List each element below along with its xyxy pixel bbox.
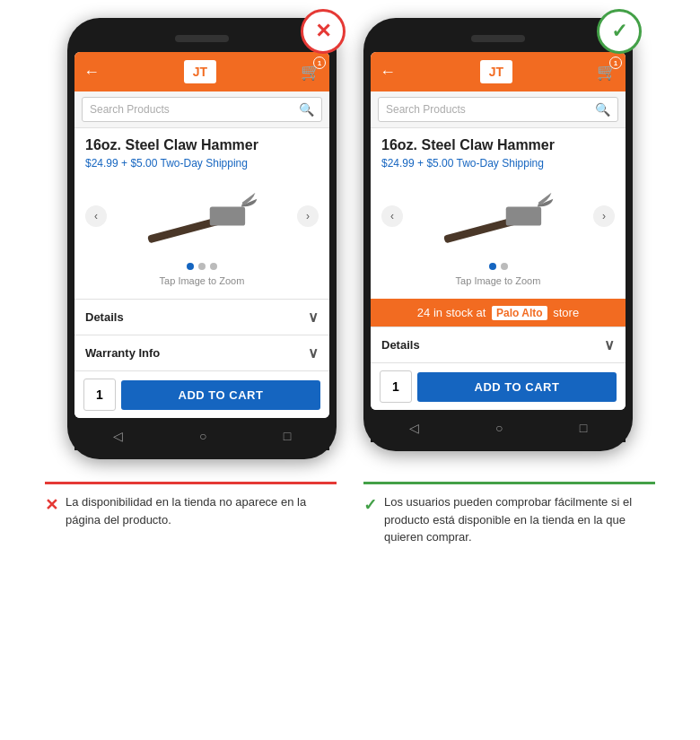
right-carousel-right-icon: › [602, 210, 606, 222]
right-caption: ✓ Los usuarios pueden comprobar fácilmen… [363, 482, 655, 555]
right-caption-icon: ✓ [363, 495, 377, 515]
right-carousel-left-arrow[interactable]: ‹ [381, 205, 403, 227]
left-dot-3 [210, 263, 217, 270]
right-nav-home[interactable]: ○ [495, 421, 503, 435]
left-image-carousel: ‹ [85, 175, 319, 257]
left-accordion-warranty-label: Warranty Info [85, 346, 160, 360]
left-search-placeholder: Search Products [90, 103, 170, 116]
left-back-arrow[interactable]: ← [83, 63, 100, 82]
right-cart-badge: 1 [609, 57, 622, 69]
right-tap-zoom: Tap Image to Zoom [381, 275, 615, 293]
left-hammer-svg [139, 185, 265, 248]
left-product-title: 16oz. Steel Claw Hammer [85, 137, 319, 153]
right-stock-suffix: store [553, 306, 579, 319]
left-phone-wrapper: ✕ ← JT 🛒 1 Search Product [67, 18, 337, 459]
left-accordion-warranty[interactable]: Warranty Info ∨ [74, 335, 329, 370]
left-carousel-left-arrow[interactable]: ‹ [85, 205, 107, 227]
left-accordion-details-chevron: ∨ [308, 309, 319, 326]
svg-rect-1 [210, 207, 245, 226]
right-phone: ← JT 🛒 1 Search Products 🔍 16oz. [363, 18, 633, 451]
left-carousel-image [107, 180, 297, 252]
left-nav-back[interactable]: ◁ [113, 429, 123, 443]
right-dot-1 [489, 263, 496, 270]
left-product-area: 16oz. Steel Claw Hammer $24.99 + $5.00 T… [74, 128, 329, 299]
left-phone-screen: ← JT 🛒 1 Search Products 🔍 16oz. [74, 52, 329, 418]
right-carousel-dots [381, 257, 615, 275]
right-back-arrow[interactable]: ← [380, 63, 396, 82]
right-carousel-right-arrow[interactable]: › [593, 205, 615, 227]
left-quantity-box[interactable]: 1 [83, 379, 116, 411]
right-search-icon: 🔍 [595, 102, 610, 117]
bad-badge: ✕ [301, 9, 346, 54]
right-accordion-details[interactable]: Details ∨ [371, 326, 626, 362]
comparison-row: ✕ ← JT 🛒 1 Search Product [67, 18, 633, 459]
right-stock-prefix: 24 in stock at [417, 306, 486, 319]
left-nav-home[interactable]: ○ [199, 429, 206, 443]
right-caption-text: Los usuarios pueden comprobar fácilmente… [384, 493, 655, 546]
left-caption: ✕ La disponibilidad en la tienda no apar… [45, 482, 337, 537]
right-accordion-details-label: Details [381, 338, 420, 352]
right-nav-recent[interactable]: □ [580, 421, 587, 435]
left-accordion-warranty-chevron: ∨ [308, 344, 319, 361]
right-hammer-svg [435, 185, 561, 248]
good-badge: ✓ [597, 9, 642, 54]
left-caption-icon: ✕ [45, 495, 58, 515]
left-cart-badge: 1 [313, 57, 326, 69]
right-cart-icon[interactable]: 🛒 1 [597, 62, 617, 82]
left-app-header: ← JT 🛒 1 [74, 52, 329, 91]
left-carousel-dots [85, 257, 319, 275]
right-quantity-box[interactable]: 1 [380, 370, 412, 403]
right-search-bar: Search Products 🔍 [371, 91, 626, 128]
right-product-price: $24.99 + $5.00 Two-Day Shipping [381, 157, 615, 170]
right-add-to-cart-button[interactable]: ADD TO CART [417, 372, 617, 402]
right-phone-nav: ◁ ○ □ [371, 414, 626, 442]
left-carousel-right-arrow[interactable]: › [297, 205, 319, 227]
left-carousel-left-icon: ‹ [94, 210, 98, 222]
right-phone-screen: ← JT 🛒 1 Search Products 🔍 16oz. [371, 52, 626, 410]
caption-row: ✕ La disponibilidad en la tienda no apar… [45, 482, 655, 555]
left-search-input[interactable]: Search Products 🔍 [82, 97, 322, 122]
right-stock-location[interactable]: Palo Alto [492, 306, 547, 320]
right-search-placeholder: Search Products [386, 103, 466, 116]
left-search-bar: Search Products 🔍 [74, 91, 329, 128]
right-phone-speaker [471, 35, 525, 42]
right-app-header: ← JT 🛒 1 [371, 52, 626, 91]
left-phone-top-bar [74, 29, 329, 48]
right-nav-back[interactable]: ◁ [409, 421, 419, 435]
left-phone-speaker [175, 35, 229, 42]
left-accordion-details-label: Details [85, 310, 124, 324]
right-carousel-image [403, 180, 593, 252]
left-carousel-right-icon: › [306, 210, 310, 222]
right-image-carousel: ‹ › [381, 175, 615, 257]
bad-badge-icon: ✕ [315, 20, 331, 43]
left-caption-text: La disponibilidad en la tienda no aparec… [66, 493, 337, 528]
svg-rect-3 [506, 207, 541, 226]
right-carousel-left-icon: ‹ [390, 210, 394, 222]
left-phone-nav: ◁ ○ □ [74, 422, 329, 450]
right-phone-top-bar [371, 29, 626, 48]
left-add-to-cart-button[interactable]: ADD TO CART [121, 380, 320, 410]
right-phone-wrapper: ✓ ← JT 🛒 1 Search Product [363, 18, 633, 451]
right-product-area: 16oz. Steel Claw Hammer $24.99 + $5.00 T… [371, 128, 626, 299]
left-nav-recent[interactable]: □ [284, 429, 291, 443]
left-product-price: $24.99 + $5.00 Two-Day Shipping [85, 157, 319, 170]
left-dot-2 [198, 263, 206, 270]
right-stock-banner: 24 in stock at Palo Alto store [371, 299, 626, 326]
right-search-input[interactable]: Search Products 🔍 [378, 97, 618, 122]
right-add-to-cart-row: 1 ADD TO CART [371, 362, 626, 410]
left-tap-zoom: Tap Image to Zoom [85, 275, 319, 293]
right-product-title: 16oz. Steel Claw Hammer [381, 137, 615, 153]
left-accordion-details[interactable]: Details ∨ [74, 299, 329, 335]
left-add-to-cart-row: 1 ADD TO CART [74, 370, 329, 418]
left-logo: JT [184, 60, 216, 83]
left-cart-icon[interactable]: 🛒 1 [301, 62, 320, 82]
right-dot-2 [501, 263, 508, 270]
good-badge-icon: ✓ [611, 20, 627, 43]
left-dot-1 [187, 263, 194, 270]
left-search-icon: 🔍 [299, 102, 314, 117]
right-accordion-details-chevron: ∨ [604, 336, 615, 353]
left-phone: ← JT 🛒 1 Search Products 🔍 16oz. [67, 18, 337, 459]
right-logo: JT [480, 60, 512, 83]
